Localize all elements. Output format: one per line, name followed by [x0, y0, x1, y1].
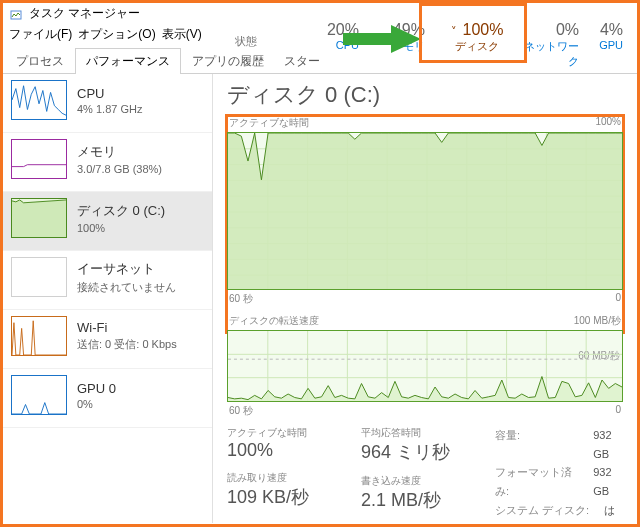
sidebar-disk-sub: 100% [77, 222, 165, 234]
meter-gpu-name: GPU [587, 39, 623, 51]
memory-thumb [11, 139, 67, 179]
menu-options[interactable]: オプション(O) [78, 26, 155, 43]
sidebar-cpu-title: CPU [77, 86, 142, 101]
sidebar-item-wifi[interactable]: Wi-Fi 送信: 0 受信: 0 Kbps [3, 310, 212, 369]
sidebar-item-gpu[interactable]: GPU 0 0% [3, 369, 212, 428]
chart2-foot-left: 60 秒 [229, 404, 253, 418]
chart1-title: アクティブな時間 [229, 116, 309, 130]
stat-resp-value: 964 ミリ秒 [361, 440, 481, 464]
sidebar-memory-sub: 3.0/7.8 GB (38%) [77, 163, 162, 175]
stat-active-value: 100% [227, 440, 347, 461]
chart2-area: 60 MB/秒 [227, 330, 623, 402]
chart1-right: 100% [595, 116, 621, 130]
stats-col-2: 平均応答時間 964 ミリ秒 書き込み速度 2.1 MB/秒 [361, 426, 481, 523]
meter-gpu[interactable]: 4% GPU [587, 21, 631, 69]
sidebar: CPU 4% 1.87 GHz メモリ 3.0/7.8 GB (38%) [3, 74, 213, 523]
main-heading: ディスク 0 (C:) [227, 80, 637, 110]
ethernet-thumb [11, 257, 67, 297]
stat-capacity-key: 容量: [495, 426, 581, 463]
stat-sysdisk-val: はい [604, 501, 625, 523]
meter-network[interactable]: 0% ネットワーク [521, 21, 587, 69]
svg-marker-34 [228, 377, 622, 402]
stat-read-label: 読み取り速度 [227, 471, 347, 485]
chevron-down-icon: ˅ [451, 25, 457, 38]
app-icon [9, 7, 23, 21]
sidebar-item-memory[interactable]: メモリ 3.0/7.8 GB (38%) [3, 133, 212, 192]
stat-active-label: アクティブな時間 [227, 426, 347, 440]
tab-startup[interactable]: スター [275, 48, 329, 74]
sidebar-gpu-title: GPU 0 [77, 381, 116, 396]
stat-formatted-key: フォーマット済み: [495, 463, 581, 500]
sidebar-wifi-title: Wi-Fi [77, 320, 177, 335]
sidebar-item-ethernet[interactable]: イーサネット 接続されていません [3, 251, 212, 310]
svg-marker-1 [343, 25, 421, 53]
stat-write-label: 書き込み速度 [361, 474, 481, 488]
gpu-thumb [11, 375, 67, 415]
sidebar-cpu-sub: 4% 1.87 GHz [77, 103, 142, 115]
stat-capacity-val: 932 GB [593, 426, 625, 463]
title-text: タスク マネージャー [29, 5, 140, 22]
stat-resp-label: 平均応答時間 [361, 426, 481, 440]
meter-disk-name: ディスク [433, 39, 521, 54]
sidebar-gpu-sub: 0% [77, 398, 116, 410]
main-panel: ディスク 0 (C:) アクティブな時間 100% [213, 74, 637, 523]
body: CPU 4% 1.87 GHz メモリ 3.0/7.8 GB (38%) [3, 74, 637, 523]
meter-disk[interactable]: ˅ 100% ディスク [433, 21, 521, 69]
chart1-foot-right: 0 [615, 292, 621, 306]
stats-col-1: アクティブな時間 100% 読み取り速度 109 KB/秒 [227, 426, 347, 523]
meter-disk-pct: 100% [463, 21, 504, 39]
stats-col-3: 容量:932 GB フォーマット済み:932 GB システム ディスク:はい ペ… [495, 426, 625, 523]
wifi-thumb [11, 316, 67, 356]
arrow-icon [343, 25, 421, 53]
tab-performance[interactable]: パフォーマンス [75, 48, 181, 74]
tab-app-history[interactable]: アプリの履歴 [183, 48, 273, 74]
chart2-foot-right: 0 [615, 404, 621, 418]
sidebar-ethernet-sub: 接続されていません [77, 280, 176, 295]
chart1-area [227, 132, 623, 290]
disk-thumb [11, 198, 67, 238]
stat-write-value: 2.1 MB/秒 [361, 488, 481, 512]
stats: アクティブな時間 100% 読み取り速度 109 KB/秒 平均応答時間 964… [227, 426, 623, 523]
meter-network-pct: 0% [521, 21, 579, 39]
chart-active-time: アクティブな時間 100% 60 秒 [227, 116, 623, 308]
sidebar-memory-title: メモリ [77, 143, 162, 161]
svg-marker-2 [12, 200, 66, 237]
stat-formatted-val: 932 GB [593, 463, 625, 500]
tab-processes[interactable]: プロセス [7, 48, 73, 74]
menu-file[interactable]: ファイル(F) [9, 26, 72, 43]
stat-sysdisk-key: システム ディスク: [495, 501, 592, 523]
chart2-right: 100 MB/秒 [574, 314, 621, 328]
stat-read-value: 109 KB/秒 [227, 485, 347, 509]
meter-network-name: ネットワーク [521, 39, 579, 69]
chart1-foot-left: 60 秒 [229, 292, 253, 306]
status-mini-label: 状態 [235, 34, 257, 49]
sidebar-item-disk[interactable]: ディスク 0 (C:) 100% [3, 192, 212, 251]
sidebar-ethernet-title: イーサネット [77, 260, 176, 278]
task-manager-window: タスク マネージャー ファイル(F) オプション(O) 表示(V) 状態 20%… [0, 0, 640, 527]
svg-marker-21 [228, 133, 622, 289]
menu-view[interactable]: 表示(V) [162, 26, 202, 43]
cpu-thumb [11, 80, 67, 120]
sidebar-disk-title: ディスク 0 (C:) [77, 202, 165, 220]
chart-transfer: ディスクの転送速度 100 MB/秒 60 MB/秒 [227, 314, 623, 420]
chart2-title: ディスクの転送速度 [229, 314, 319, 328]
sidebar-wifi-sub: 送信: 0 受信: 0 Kbps [77, 337, 177, 352]
sidebar-item-cpu[interactable]: CPU 4% 1.87 GHz [3, 74, 212, 133]
meter-gpu-pct: 4% [587, 21, 623, 39]
